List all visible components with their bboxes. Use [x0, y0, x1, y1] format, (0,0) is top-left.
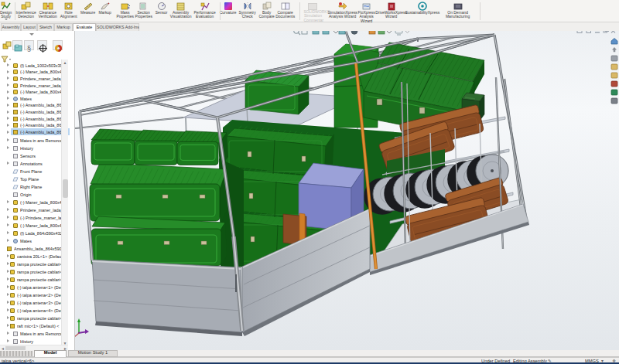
- svg-text:§: §: [27, 45, 31, 53]
